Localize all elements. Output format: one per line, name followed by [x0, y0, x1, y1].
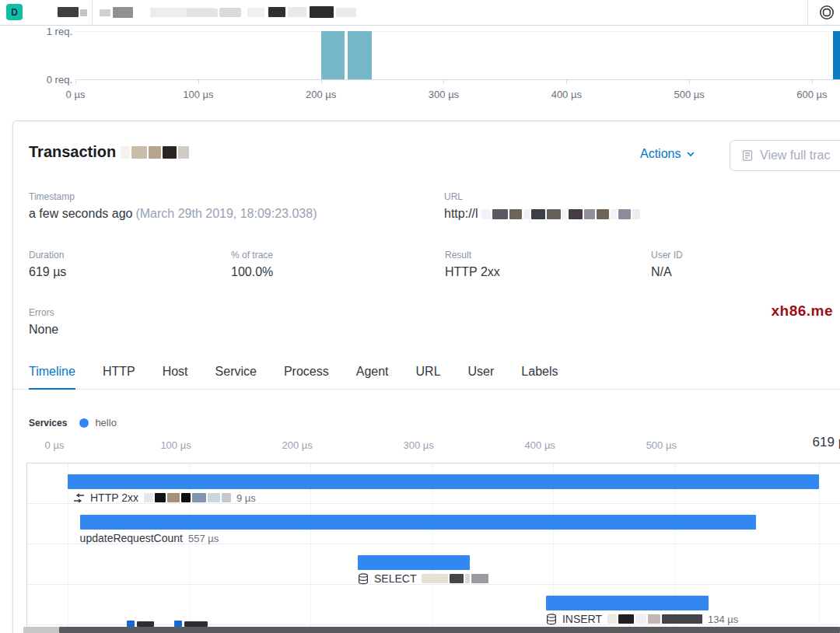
- user-id-field: User ID N/A: [651, 250, 683, 279]
- app-logo[interactable]: D: [6, 4, 23, 20]
- tab-timeline[interactable]: Timeline: [29, 365, 75, 390]
- result-field: Result HTTP 2xx: [445, 250, 500, 279]
- waterfall-row[interactable]: SELECT: [27, 544, 840, 585]
- transaction-title-text: Transaction: [29, 143, 116, 161]
- redacted-breadcrumb-block: [113, 7, 133, 18]
- hist-axis-tick: [198, 79, 199, 84]
- apm-transaction-page: D 1 req. 0 req. 0 µs100 µs200 µs300 µs40…: [0, 0, 840, 633]
- document-icon: [741, 149, 754, 162]
- hist-axis-tick: [812, 79, 813, 84]
- redacted-breadcrumb-block: [219, 8, 241, 17]
- errors-value: None: [29, 323, 58, 337]
- timestamp-label: Timestamp: [29, 191, 317, 202]
- waterfall-axis-tick-label: 400 µs: [513, 439, 567, 451]
- hist-axis-tick: [566, 79, 567, 84]
- database-icon: [546, 614, 557, 625]
- hist-axis-tick-label: 200 µs: [294, 89, 348, 100]
- tab-user[interactable]: User: [468, 365, 495, 390]
- clipped-bottom-block: [127, 621, 135, 627]
- clipped-bottom-block: [23, 627, 59, 633]
- redacted-breadcrumb-block: [288, 7, 306, 17]
- url-value: http://l: [444, 207, 478, 221]
- redacted-breadcrumb-block: [187, 9, 218, 17]
- database-icon: [358, 573, 369, 585]
- pct-of-trace-field: % of trace 100.0%: [231, 250, 273, 279]
- legend-dot-icon: [79, 418, 89, 428]
- tab-service[interactable]: Service: [215, 365, 257, 390]
- hist-axis-tick-label: 100 µs: [171, 89, 226, 100]
- url-label: URL: [444, 191, 640, 202]
- histogram-bucket[interactable]: [321, 31, 345, 79]
- redacted-url: [481, 209, 640, 219]
- topbar-divider: [92, 0, 93, 24]
- services-legend-title: Services: [29, 418, 67, 428]
- hist-axis-tick: [75, 79, 76, 84]
- actions-label: Actions: [640, 147, 681, 161]
- waterfall-row[interactable]: HTTP 2xx9 µs: [27, 463, 840, 504]
- hist-axis-tick-label: 500 µs: [662, 89, 716, 100]
- timestamp-value: a few seconds ago: [29, 207, 132, 221]
- result-value: HTTP 2xx: [445, 265, 500, 279]
- pct-of-trace-label: % of trace: [231, 250, 273, 261]
- timestamp-field: Timestamp a few seconds ago (March 29th …: [29, 191, 317, 221]
- trace-waterfall: HTTP 2xx9 µsupdateRequestCount557 µsSELE…: [26, 463, 840, 628]
- redacted-breadcrumb-block: [247, 8, 264, 17]
- actions-menu-button[interactable]: Actions: [640, 147, 696, 161]
- span-name: updateRequestCount: [80, 532, 183, 544]
- waterfall-row[interactable]: INSERT134 µs: [27, 585, 840, 625]
- span-bar[interactable]: [358, 555, 470, 570]
- timestamp-detail: (March 29th 2019, 18:09:23.038): [135, 207, 317, 221]
- span-name: INSERT: [562, 613, 602, 625]
- chevron-down-icon: [685, 149, 696, 159]
- hist-axis-tick: [689, 79, 690, 84]
- topbar-divider: [807, 0, 808, 24]
- hist-axis-tick-label: 600 µs: [785, 89, 839, 100]
- app-switcher-icon[interactable]: [817, 3, 836, 22]
- services-legend: Services hello: [29, 417, 117, 428]
- redacted-span-detail: [607, 614, 702, 624]
- redacted-span-detail: [422, 574, 488, 583]
- span-bar[interactable]: [80, 515, 756, 530]
- pct-of-trace-value: 100.0%: [231, 265, 273, 279]
- redacted-breadcrumb-block: [58, 7, 79, 17]
- tab-http[interactable]: HTTP: [103, 365, 135, 390]
- transaction-panel: Transaction Actions View full trac Times…: [12, 121, 840, 633]
- view-full-trace-label: View full trac: [760, 149, 830, 163]
- waterfall-axis-tick-label: 200 µs: [270, 439, 324, 451]
- clipped-bottom-block: [59, 627, 840, 633]
- legend-service-name: hello: [95, 417, 116, 428]
- redacted-breadcrumb-block: [310, 6, 334, 18]
- hist-x-axis: [75, 79, 840, 80]
- tab-labels[interactable]: Labels: [521, 365, 558, 390]
- histogram-bucket-selected[interactable]: [833, 31, 840, 79]
- transaction-bar[interactable]: [68, 474, 819, 489]
- hist-axis-tick-label: 0 µs: [48, 89, 103, 100]
- tab-host[interactable]: Host: [163, 365, 188, 390]
- detail-tabs: TimelineHTTPHostServiceProcessAgentURLUs…: [29, 365, 558, 390]
- view-full-trace-button[interactable]: View full trac: [730, 140, 840, 171]
- waterfall-row[interactable]: updateRequestCount557 µs: [27, 504, 840, 544]
- redacted-breadcrumb-block: [100, 9, 110, 16]
- transaction-title: Transaction: [29, 143, 189, 161]
- hist-gridline: [75, 31, 840, 32]
- tab-agent[interactable]: Agent: [356, 365, 389, 390]
- histogram-bucket[interactable]: [348, 31, 372, 79]
- top-navigation-bar: D: [0, 0, 840, 26]
- url-field: URL http://l: [444, 191, 640, 221]
- span-bar[interactable]: [546, 596, 709, 610]
- redacted-transaction-name: [121, 146, 189, 159]
- span-name: HTTP 2xx: [90, 491, 138, 504]
- tab-process[interactable]: Process: [284, 365, 329, 390]
- span-duration: 9 µs: [236, 492, 256, 504]
- user-id-value: N/A: [651, 265, 683, 279]
- waterfall-axis-tick-label: 0 µs: [27, 439, 82, 451]
- result-label: Result: [445, 250, 500, 261]
- duration-value: 619 µs: [29, 265, 66, 279]
- clipped-bottom-block: [184, 621, 208, 627]
- waterfall-axis-tick-label: 300 µs: [391, 439, 446, 451]
- tab-url[interactable]: URL: [416, 365, 441, 390]
- watermark: xh86.me: [740, 303, 833, 320]
- duration-field: Duration 619 µs: [29, 250, 66, 279]
- waterfall-end-duration: 619 µs: [813, 435, 840, 450]
- legend-item-hello[interactable]: hello: [79, 417, 116, 428]
